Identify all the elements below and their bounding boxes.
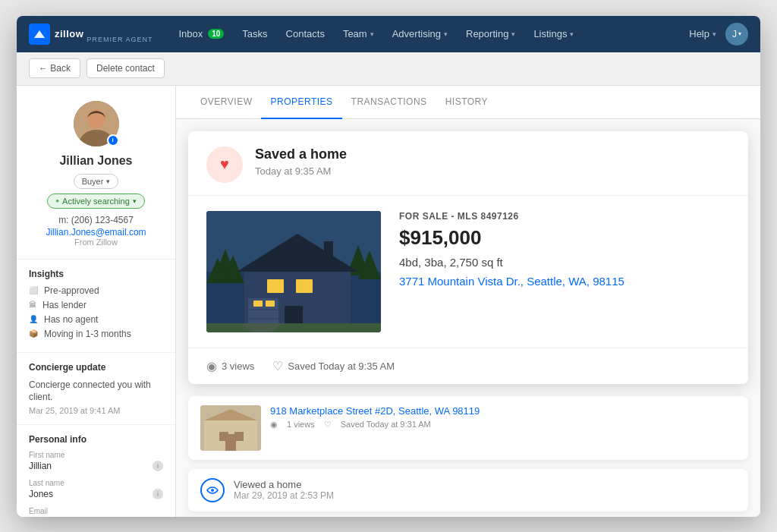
insights-title: Insights <box>29 269 163 279</box>
concierge-date: Mar 25, 2019 at 9:41 AM <box>29 406 163 415</box>
secondary-listing-address[interactable]: 918 Marketplace Street #2D, Seattle, WA … <box>270 405 736 417</box>
saved-stat: ♡ Saved Today at 9:35 AM <box>272 359 395 373</box>
svg-rect-18 <box>253 301 263 307</box>
secondary-listing-image <box>200 405 261 451</box>
nav-contacts[interactable]: Contacts <box>278 24 332 44</box>
viewed-home-label: Viewed a home <box>234 479 334 490</box>
concierge-text: Concierge connected you with client. <box>29 379 163 405</box>
saved-home-info: Saved a home Today at 9:35 AM <box>255 146 347 177</box>
insight-lender: 🏛 Has lender <box>29 300 163 310</box>
svg-rect-12 <box>267 279 284 293</box>
property-stats: ◉ 3 views ♡ Saved Today at 9:35 AM <box>188 348 748 384</box>
heart-icon: ♥ <box>220 156 229 173</box>
tab-properties[interactable]: PROPERTIES <box>261 86 341 119</box>
nav-team[interactable]: Team ▾ <box>335 24 382 44</box>
advertising-chevron-icon: ▾ <box>444 30 448 38</box>
nav-reporting[interactable]: Reporting ▾ <box>458 24 523 44</box>
avatar-chevron-icon: ▾ <box>738 30 741 37</box>
secondary-views-icon: ◉ <box>270 420 278 430</box>
nav-help[interactable]: Help ▾ <box>689 28 716 39</box>
property-layout: FOR SALE - MLS 8497126 $915,000 4bd, 3ba… <box>206 211 730 332</box>
email-label: Email <box>29 507 163 515</box>
tab-overview[interactable]: OVERVIEW <box>191 86 261 119</box>
saved-home-time: Today at 9:35 AM <box>255 165 347 177</box>
concierge-title: Concierge update <box>29 362 163 373</box>
right-content: OVERVIEW PROPERTIES TRANSACTIONS HISTORY… <box>176 86 760 517</box>
saved-home-header: ♥ Saved a home Today at 9:35 AM <box>188 131 748 196</box>
property-address[interactable]: 3771 Mountain Vista Dr., Seattle, WA, 98… <box>399 275 730 288</box>
svg-rect-13 <box>296 279 313 293</box>
nav-inbox[interactable]: Inbox 10 <box>171 24 231 44</box>
last-name-info-icon[interactable]: i <box>153 489 163 499</box>
contact-name: Jillian Jones <box>59 154 132 168</box>
nav-logo: zillow PREMIER AGENT <box>29 24 153 45</box>
views-icon: ◉ <box>206 359 217 373</box>
property-price: $915,000 <box>399 226 730 250</box>
contact-source: From Zillow <box>74 238 118 247</box>
svg-rect-11 <box>324 241 333 264</box>
saved-home-title: Saved a home <box>255 146 347 162</box>
secondary-listing: 918 Marketplace Street #2D, Seattle, WA … <box>188 396 748 460</box>
sub-toolbar: ← Back Delete contact <box>17 52 760 86</box>
contact-sidebar: i Jillian Jones Buyer ▾ ● Actively searc… <box>17 86 176 517</box>
user-avatar[interactable]: J ▾ <box>725 23 748 46</box>
mls-label: FOR SALE - MLS 8497126 <box>399 211 730 222</box>
properties-content: ♥ Saved a home Today at 9:35 AM <box>176 119 760 517</box>
nav-tasks[interactable]: Tasks <box>234 24 275 44</box>
secondary-listing-info: 918 Marketplace Street #2D, Seattle, WA … <box>270 405 736 430</box>
property-image <box>206 211 381 332</box>
main-content: i Jillian Jones Buyer ▾ ● Actively searc… <box>17 86 760 517</box>
personal-info-title: Personal info <box>29 434 163 445</box>
top-nav: zillow PREMIER AGENT Inbox 10 Tasks Cont… <box>17 16 760 52</box>
tabs-bar: OVERVIEW PROPERTIES TRANSACTIONS HISTORY <box>176 86 760 119</box>
contact-email[interactable]: Jillian.Jones@email.com <box>46 227 146 238</box>
concierge-section: Concierge update Concierge connected you… <box>17 353 175 426</box>
status-chevron-icon: ▾ <box>133 197 137 205</box>
views-stat: ◉ 3 views <box>206 359 254 373</box>
eye-circle <box>200 478 225 502</box>
property-info: FOR SALE - MLS 8497126 $915,000 4bd, 3ba… <box>399 211 730 332</box>
zillow-logo-icon <box>29 24 50 45</box>
last-name-label: Last name <box>29 479 163 487</box>
help-chevron-icon: ▾ <box>713 30 716 38</box>
nav-advertising[interactable]: Advertising ▾ <box>385 24 455 44</box>
nav-items: Inbox 10 Tasks Contacts Team ▾ Advertisi… <box>171 24 689 44</box>
viewed-home-info: Viewed a home Mar 29, 2019 at 2:53 PM <box>234 479 334 501</box>
svg-point-28 <box>211 489 214 492</box>
back-button[interactable]: ← Back <box>29 58 80 78</box>
svg-rect-19 <box>266 301 275 307</box>
secondary-listing-stats: ◉ 1 views ♡ Saved Today at 9:31 AM <box>270 420 736 430</box>
avatar-notification-badge: i <box>107 134 119 146</box>
contact-role-badge[interactable]: Buyer ▾ <box>74 174 119 189</box>
last-name-field: Last name Jones i <box>29 479 163 499</box>
svg-rect-27 <box>225 434 236 451</box>
insight-preapproved: ⬜ Pre-approved <box>29 285 163 296</box>
nav-listings[interactable]: Listings ▾ <box>526 24 581 44</box>
delete-contact-button[interactable]: Delete contact <box>87 58 165 78</box>
inbox-badge: 10 <box>208 29 224 39</box>
first-name-label: First name <box>29 451 163 459</box>
contact-phone: m: (206) 123-4567 <box>58 215 134 225</box>
app-wrapper: zillow PREMIER AGENT Inbox 10 Tasks Cont… <box>17 16 760 517</box>
email-field: Email Jillian.Jones@email.com <box>29 507 163 516</box>
tab-transactions[interactable]: TRANSACTIONS <box>342 86 436 119</box>
brand-name: zillow <box>55 28 83 39</box>
viewed-home-date: Mar 29, 2019 at 2:53 PM <box>234 490 334 501</box>
brand-tagline: PREMIER AGENT <box>87 36 153 43</box>
first-name-info-icon[interactable]: i <box>153 461 163 471</box>
contact-status-badge[interactable]: ● Actively searching ▾ <box>47 194 145 209</box>
tab-history[interactable]: HISTORY <box>436 86 497 119</box>
viewed-home-row: Viewed a home Mar 29, 2019 at 2:53 PM <box>188 469 748 512</box>
team-chevron-icon: ▾ <box>370 30 374 38</box>
reporting-chevron-icon: ▾ <box>511 30 515 38</box>
secondary-heart-icon: ♡ <box>324 420 332 430</box>
last-name-value: Jones i <box>29 489 163 499</box>
first-name-value: Jillian i <box>29 461 163 471</box>
personal-info-section: Personal info First name Jillian i Last … <box>17 425 175 516</box>
svg-rect-20 <box>206 323 381 332</box>
property-detail: FOR SALE - MLS 8497126 $915,000 4bd, 3ba… <box>188 196 748 348</box>
role-chevron-icon: ▾ <box>106 178 110 185</box>
property-beds: 4bd, 3ba, 2,750 sq ft <box>399 256 730 269</box>
heart-circle: ♥ <box>206 146 243 183</box>
nav-right: Help ▾ J ▾ <box>689 23 748 46</box>
